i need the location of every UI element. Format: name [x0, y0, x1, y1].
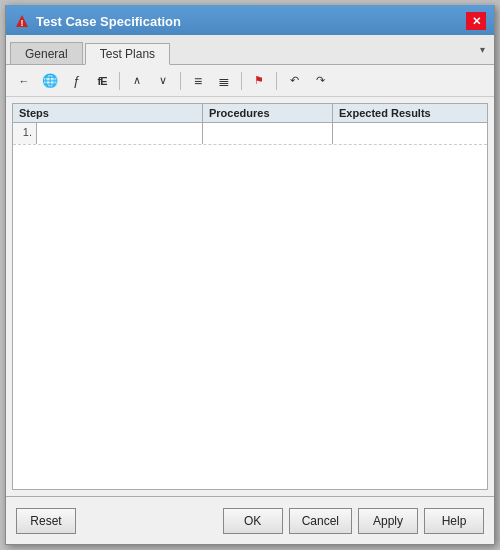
steps-input[interactable] [41, 126, 198, 138]
steps-table: Steps Procedures Expected Results 1. [12, 103, 488, 490]
list1-icon: ≡ [194, 73, 202, 89]
bottom-bar: Reset OK Cancel Apply Help [6, 496, 494, 544]
table-header: Steps Procedures Expected Results [13, 104, 487, 123]
steps-cell[interactable] [37, 123, 203, 144]
toolbar-separator-1 [119, 72, 120, 90]
main-window: ! Test Case Specification ✕ General Test… [5, 5, 495, 545]
list2-button[interactable]: ≣ [212, 70, 236, 92]
toolbar-separator-3 [241, 72, 242, 90]
table-row: 1. [13, 123, 487, 145]
down-icon: ∨ [159, 74, 167, 87]
window-title: Test Case Specification [36, 14, 181, 29]
tab-dropdown-icon[interactable]: ▾ [474, 41, 490, 57]
globe-icon: 🌐 [42, 73, 58, 88]
row-number: 1. [13, 123, 37, 144]
apply-button[interactable]: Apply [358, 508, 418, 534]
tab-bar: General Test Plans ▾ [6, 35, 494, 65]
action-buttons: OK Cancel Apply Help [223, 508, 484, 534]
globe-button[interactable]: 🌐 [38, 70, 62, 92]
close-button[interactable]: ✕ [466, 12, 486, 30]
bold-italic-icon: fE [98, 75, 107, 87]
title-bar: ! Test Case Specification ✕ [6, 7, 494, 35]
arrow-left-icon [19, 75, 30, 87]
toolbar-separator-4 [276, 72, 277, 90]
down-button[interactable]: ∨ [151, 70, 175, 92]
expected-results-cell[interactable] [333, 123, 487, 144]
flag-button[interactable]: ⚑ [247, 70, 271, 92]
title-bar-left: ! Test Case Specification [14, 13, 181, 29]
italic-button[interactable]: ƒ [64, 70, 88, 92]
tab-general[interactable]: General [10, 42, 83, 64]
procedures-input[interactable] [207, 126, 328, 138]
col-procedures-header: Procedures [203, 104, 333, 122]
italic-icon: ƒ [72, 73, 79, 88]
undo-button[interactable]: ↶ [282, 70, 306, 92]
up-button[interactable]: ∧ [125, 70, 149, 92]
col-steps-header: Steps [13, 104, 203, 122]
redo-button[interactable]: ↷ [308, 70, 332, 92]
col-expected-results-header: Expected Results [333, 104, 487, 122]
svg-text:!: ! [21, 18, 24, 28]
up-icon: ∧ [133, 74, 141, 87]
redo-icon: ↷ [316, 74, 325, 87]
toolbar: 🌐 ƒ fE ∧ ∨ ≡ ≣ ⚑ ↶ ↷ [6, 65, 494, 97]
procedures-cell[interactable] [203, 123, 333, 144]
flag-icon: ⚑ [254, 74, 264, 87]
toolbar-separator-2 [180, 72, 181, 90]
undo-icon: ↶ [290, 74, 299, 87]
app-icon: ! [14, 13, 30, 29]
list1-button[interactable]: ≡ [186, 70, 210, 92]
cancel-button[interactable]: Cancel [289, 508, 352, 534]
tab-test-plans[interactable]: Test Plans [85, 43, 170, 65]
help-button[interactable]: Help [424, 508, 484, 534]
content-area: Steps Procedures Expected Results 1. [6, 97, 494, 496]
arrow-left-button[interactable] [12, 70, 36, 92]
ok-button[interactable]: OK [223, 508, 283, 534]
expected-results-input[interactable] [337, 126, 483, 138]
list2-icon: ≣ [218, 73, 230, 89]
reset-button[interactable]: Reset [16, 508, 76, 534]
bold-italic-button[interactable]: fE [90, 70, 114, 92]
